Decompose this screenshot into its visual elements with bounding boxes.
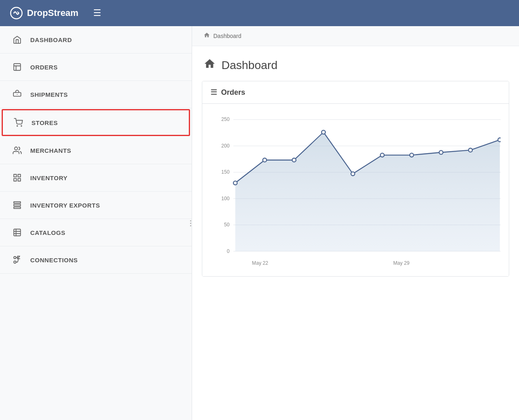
chart-title: Orders xyxy=(221,88,245,97)
catalogs-icon xyxy=(11,228,23,237)
svg-point-5 xyxy=(15,147,18,150)
svg-rect-7 xyxy=(18,174,20,177)
resize-handle[interactable] xyxy=(189,215,192,231)
inventory-icon xyxy=(11,173,23,182)
hamburger-icon[interactable]: ☰ xyxy=(93,8,101,18)
inventory-exports-icon xyxy=(11,201,23,210)
sidebar-item-inventory[interactable]: INVENTORY xyxy=(0,164,192,192)
sidebar-item-orders-label: ORDERS xyxy=(30,64,58,71)
content-area: Dashboard Dashboard ☰ Orders xyxy=(192,26,519,420)
svg-rect-10 xyxy=(14,202,21,203)
sidebar-item-inventory-label: INVENTORY xyxy=(30,174,67,181)
sidebar-item-dashboard-label: DASHBOARD xyxy=(30,36,72,43)
svg-point-38 xyxy=(351,172,355,176)
svg-point-41 xyxy=(439,150,443,154)
sidebar-item-orders[interactable]: ORDERS xyxy=(0,54,192,81)
sidebar: DASHBOARD ORDERS SHIPMENTS xyxy=(0,26,192,420)
svg-point-35 xyxy=(263,158,266,162)
page-title: Dashboard xyxy=(221,59,277,72)
sidebar-item-dashboard[interactable]: DASHBOARD xyxy=(0,26,192,54)
topbar: DropStream ☰ xyxy=(0,0,519,26)
svg-point-36 xyxy=(292,158,296,162)
svg-text:50: 50 xyxy=(224,222,230,228)
svg-point-4 xyxy=(21,125,22,126)
sidebar-item-shipments-label: SHIPMENTS xyxy=(30,91,68,98)
sidebar-item-inventory-exports-label: INVENTORY EXPORTS xyxy=(30,202,100,209)
chart-body: 250 200 150 100 50 0 May 22 May 29 xyxy=(202,104,509,276)
svg-text:200: 200 xyxy=(221,143,229,149)
svg-point-3 xyxy=(17,125,18,126)
svg-rect-11 xyxy=(14,204,21,206)
breadcrumb-home-icon xyxy=(204,32,210,40)
svg-text:May 22: May 22 xyxy=(252,260,268,266)
sidebar-item-inventory-exports[interactable]: INVENTORY EXPORTS xyxy=(0,192,192,219)
svg-text:0: 0 xyxy=(227,248,230,254)
orders-chart-svg: 250 200 150 100 50 0 May 22 May 29 xyxy=(210,112,501,272)
sidebar-item-catalogs[interactable]: CATALOGS xyxy=(0,219,192,246)
app-logo: DropStream xyxy=(10,7,78,20)
svg-point-42 xyxy=(469,148,472,152)
chart-menu-icon: ☰ xyxy=(210,88,217,97)
svg-rect-6 xyxy=(14,174,16,177)
connections-icon xyxy=(11,255,23,264)
svg-rect-1 xyxy=(14,64,21,71)
breadcrumb-label: Dashboard xyxy=(213,33,242,39)
svg-text:150: 150 xyxy=(221,169,229,175)
svg-marker-33 xyxy=(235,132,500,251)
sidebar-item-connections[interactable]: CONNECTIONS xyxy=(0,246,192,274)
sidebar-item-shipments[interactable]: SHIPMENTS xyxy=(0,81,192,108)
sidebar-item-stores[interactable]: STORES xyxy=(2,109,190,136)
svg-text:May 29: May 29 xyxy=(393,260,409,266)
svg-text:100: 100 xyxy=(221,196,229,201)
orders-chart-container: ☰ Orders 250 200 150 100 50 xyxy=(202,81,509,277)
sidebar-item-catalogs-label: CATALOGS xyxy=(30,229,65,236)
svg-point-37 xyxy=(322,130,325,134)
home-icon xyxy=(11,35,23,44)
svg-point-39 xyxy=(380,153,384,157)
page-header: Dashboard xyxy=(192,46,519,81)
page-header-icon xyxy=(204,58,216,73)
chart-header: ☰ Orders xyxy=(202,81,509,104)
svg-rect-8 xyxy=(14,179,16,181)
shipments-icon xyxy=(11,90,23,99)
svg-point-34 xyxy=(233,181,237,185)
logo-icon xyxy=(10,7,23,20)
app-name: DropStream xyxy=(27,8,78,18)
main-layout: DASHBOARD ORDERS SHIPMENTS xyxy=(0,26,519,420)
orders-icon xyxy=(11,63,23,71)
merchants-icon xyxy=(11,146,23,155)
stores-icon xyxy=(13,118,24,127)
breadcrumb: Dashboard xyxy=(192,26,519,46)
svg-point-43 xyxy=(498,138,501,142)
svg-rect-12 xyxy=(14,207,21,209)
svg-rect-9 xyxy=(18,179,20,181)
svg-point-40 xyxy=(410,153,414,157)
sidebar-item-connections-label: CONNECTIONS xyxy=(30,257,78,264)
sidebar-item-merchants[interactable]: MERCHANTS xyxy=(0,137,192,164)
sidebar-item-stores-label: STORES xyxy=(31,119,58,126)
svg-text:250: 250 xyxy=(221,116,229,122)
sidebar-item-merchants-label: MERCHANTS xyxy=(30,147,71,154)
svg-rect-13 xyxy=(14,229,21,236)
